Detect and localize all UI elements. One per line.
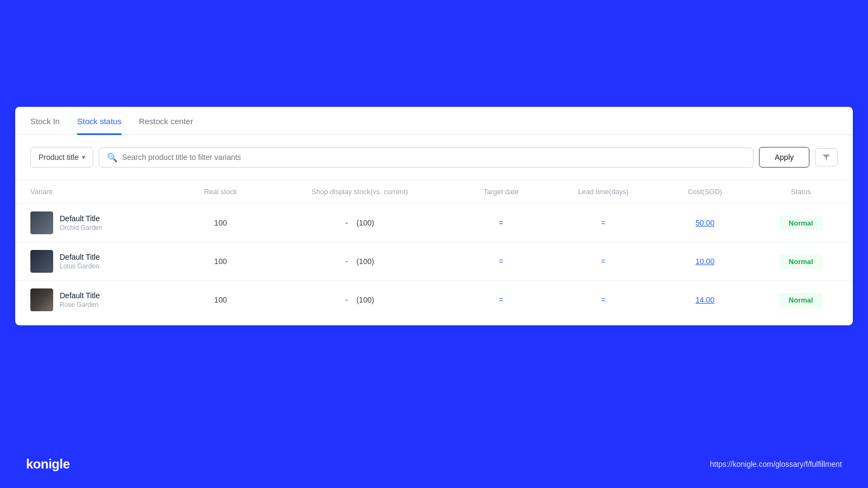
cell-variant-0: Default Title Orchid Garden [15,204,178,242]
col-header-shop-display: Shop display stock(vs. current) [263,180,456,204]
cost-link-2[interactable]: 14.00 [695,296,714,304]
col-header-cost: Cost(SGD) [661,180,749,204]
lead-time-link-0[interactable]: = [601,219,605,227]
shop-display-vs-1: (100) [356,257,374,266]
search-wrapper: 🔍 [99,147,754,168]
col-header-lead-time: Lead time(days) [546,180,661,204]
col-header-target-date: Target date [456,180,546,204]
funnel-icon [822,153,831,162]
cell-shop-display-0: - (100) [263,204,456,242]
stock-table: Variant Real stock Shop display stock(vs… [15,179,853,319]
cell-target-date-0[interactable]: = [456,204,546,242]
tab-restock-center[interactable]: Restock center [139,107,193,135]
shop-display-dash-1: - [346,257,348,266]
filter-dropdown[interactable]: Product title ▾ [30,147,93,168]
target-date-link-1[interactable]: = [499,257,503,266]
dropdown-label: Product title [39,153,79,162]
cell-real-stock-1: 100 [178,242,263,281]
table-row: Default Title Orchid Garden 100 - (100) … [15,204,853,242]
status-badge-2: Normal [779,293,823,307]
product-name-2: Rose Garden [60,301,100,309]
status-badge-0: Normal [779,216,823,230]
cell-status-2: Normal [749,281,853,319]
shop-display-vs-2: (100) [356,296,374,304]
cell-lead-time-1[interactable]: = [546,242,661,281]
filter-bar: Product title ▾ 🔍 Apply [15,135,853,179]
status-badge-1: Normal [779,254,823,269]
search-icon: 🔍 [107,152,118,163]
cell-real-stock-2: 100 [178,281,263,319]
shop-display-vs-0: (100) [356,219,374,227]
cell-shop-display-2: - (100) [263,281,456,319]
shop-display-dash-0: - [346,219,348,227]
col-header-variant: Variant [15,180,178,204]
main-card: Stock In Stock status Restock center Pro… [15,107,853,325]
filter-icon-button[interactable] [815,148,838,166]
cost-link-0[interactable]: 50.00 [695,219,714,227]
variant-name-1: Default Title [60,253,100,261]
apply-button[interactable]: Apply [759,147,809,168]
table-header-row: Variant Real stock Shop display stock(vs… [15,180,853,204]
target-date-link-0[interactable]: = [499,219,503,227]
tab-stock-status[interactable]: Stock status [77,107,122,135]
product-name-1: Lotus Garden [60,262,100,270]
cell-shop-display-1: - (100) [263,242,456,281]
product-name-0: Orchid Garden [60,224,103,232]
cell-status-1: Normal [749,242,853,281]
lead-time-link-1[interactable]: = [601,257,605,266]
cell-target-date-1[interactable]: = [456,242,546,281]
chevron-down-icon: ▾ [82,153,85,161]
cell-lead-time-2[interactable]: = [546,281,661,319]
lead-time-link-2[interactable]: = [601,296,605,304]
table-row: Default Title Rose Garden 100 - (100) = … [15,281,853,319]
cell-status-0: Normal [749,204,853,242]
cell-lead-time-0[interactable]: = [546,204,661,242]
product-thumbnail-2 [30,288,53,311]
table-wrapper: Variant Real stock Shop display stock(vs… [15,179,853,325]
tab-stock-in[interactable]: Stock In [30,107,60,135]
footer: konigle https://konigle.com/glossary/f/f… [26,457,842,472]
cell-variant-2: Default Title Rose Garden [15,281,178,319]
logo: konigle [26,457,70,472]
shop-display-dash-2: - [346,296,348,304]
footer-url: https://konigle.com/glossary/f/fulfillme… [710,460,842,468]
cell-cost-0[interactable]: 50.00 [661,204,749,242]
search-input[interactable] [122,153,745,162]
cell-target-date-2[interactable]: = [456,281,546,319]
cell-cost-2[interactable]: 14.00 [661,281,749,319]
col-header-real-stock: Real stock [178,180,263,204]
variant-name-0: Default Title [60,214,103,223]
cost-link-1[interactable]: 10.00 [695,257,714,266]
table-row: Default Title Lotus Garden 100 - (100) =… [15,242,853,281]
tabs-container: Stock In Stock status Restock center [15,107,853,135]
col-header-status: Status [749,180,853,204]
product-thumbnail-1 [30,250,53,273]
target-date-link-2[interactable]: = [499,296,503,304]
cell-real-stock-0: 100 [178,204,263,242]
variant-name-2: Default Title [60,291,100,300]
cell-variant-1: Default Title Lotus Garden [15,242,178,281]
product-thumbnail-0 [30,211,53,234]
cell-cost-1[interactable]: 10.00 [661,242,749,281]
